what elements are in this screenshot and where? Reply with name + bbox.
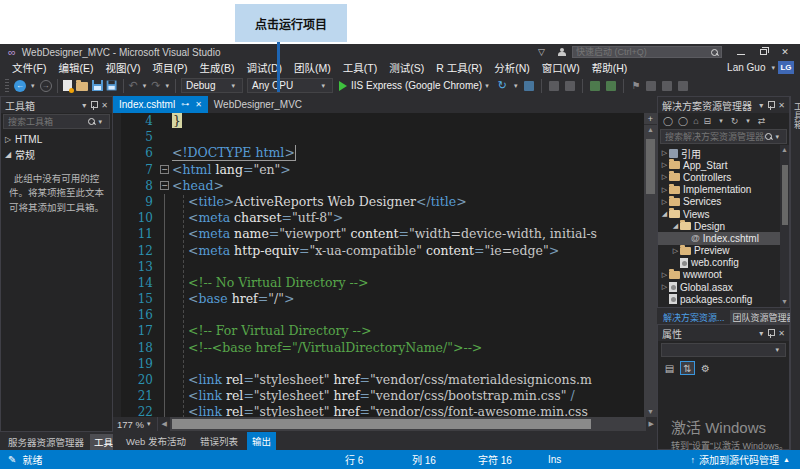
attach-icon[interactable] — [522, 77, 536, 95]
chevron-right-icon[interactable]: ▷ — [660, 198, 669, 206]
code-text[interactable]: <head> — [172, 178, 644, 194]
se-toolbar-dropdown-icon[interactable]: ▾ — [719, 117, 723, 125]
menu-item[interactable]: 窗口(W) — [536, 62, 586, 74]
user-dropdown-icon[interactable]: ▾ — [771, 64, 775, 72]
horizontal-scroll-track[interactable] — [170, 417, 646, 431]
quick-launch-box[interactable] — [572, 46, 722, 58]
menu-item[interactable]: 文件(F) — [6, 62, 52, 74]
restore-button[interactable] — [752, 45, 774, 59]
tree-item-Global.asax[interactable]: ▷Global.asax — [658, 281, 789, 293]
dock-tab-解决方案资源...[interactable]: 解决方案资源... — [660, 310, 728, 325]
code-line[interactable]: 21 <link rel="stylesheet" href="vendor/c… — [121, 388, 644, 404]
tree-item-Preview[interactable]: ▷Preview — [658, 245, 789, 257]
undo-icon[interactable]: ↶ — [127, 77, 140, 95]
code-line[interactable]: 15 <base href="/"> — [121, 291, 644, 307]
toolbox-pin-icon[interactable] — [91, 101, 96, 110]
tree-item-Index.cshtml[interactable]: @Index.cshtml — [658, 232, 789, 244]
code-line[interactable]: 13 — [121, 259, 644, 275]
tree-scroll-up-icon[interactable]: ▲ — [781, 145, 788, 155]
menu-item[interactable]: 工具(T) — [337, 62, 383, 74]
menu-item[interactable]: 项目(P) — [146, 62, 193, 74]
tree-item-Services[interactable]: ▷Services — [658, 196, 789, 208]
quick-launch-input[interactable] — [576, 47, 711, 57]
split-editor-handle[interactable]: + — [644, 113, 657, 125]
code-line[interactable]: 12 <meta http-equiv="x-ua-compatible" co… — [121, 243, 644, 259]
chevron-down-icon[interactable]: ◢ — [660, 210, 669, 218]
fold-margin[interactable]: − — [159, 162, 172, 178]
code-line[interactable]: 18 <!--<base href="/VirtualDirectoryName… — [121, 340, 644, 356]
outdent-icon[interactable] — [604, 77, 618, 95]
fold-margin[interactable] — [159, 388, 172, 404]
code-text[interactable]: } — [172, 113, 644, 129]
save-all-icon[interactable] — [105, 77, 120, 95]
fold-margin[interactable] — [159, 323, 172, 339]
solution-explorer-dropdown-icon[interactable]: ▾ — [759, 101, 763, 110]
code-text[interactable]: <meta http-equiv="x-ua-compatible" conte… — [172, 243, 644, 259]
sync-dropdown-icon[interactable]: ▾ — [746, 117, 750, 125]
run-button[interactable]: IIS Express (Google Chrome) ▾ — [339, 80, 492, 91]
dropdown-icon[interactable]: ▾ — [514, 82, 518, 90]
fold-margin[interactable] — [159, 356, 172, 372]
editor-tab[interactable]: Index.cshtml⊶✕ — [113, 96, 208, 113]
code-line[interactable]: 17 <!-- For Virtual Directory --> — [121, 323, 644, 339]
properties-object-dropdown[interactable]: ▾ — [661, 343, 786, 357]
uncomment-icon[interactable] — [563, 77, 577, 95]
fold-margin[interactable] — [159, 210, 172, 226]
search-options-icon[interactable]: ▾ — [98, 118, 102, 126]
code-line[interactable]: 10 <meta charset="utf-8"> — [121, 210, 644, 226]
fold-margin[interactable] — [159, 194, 172, 210]
properties-close-icon[interactable]: ✕ — [778, 329, 785, 338]
chevron-right-icon[interactable]: ▷ — [660, 271, 669, 279]
code-text[interactable]: <meta charset="utf-8"> — [172, 210, 644, 226]
fold-collapse-icon[interactable]: − — [160, 165, 169, 174]
close-icon[interactable]: ✕ — [195, 100, 202, 109]
chevron-right-icon[interactable]: ▷ — [660, 283, 669, 291]
dock-tab-团队资源管理器[interactable]: 团队资源管理器 — [730, 310, 799, 325]
menu-item[interactable]: 编辑(E) — [52, 62, 99, 74]
horizontal-scroll-thumb[interactable] — [172, 419, 591, 429]
tree-item-packages.config[interactable]: packages.config — [658, 293, 789, 305]
browser-link-refresh-icon[interactable]: ↻ — [496, 77, 509, 95]
fold-margin[interactable] — [159, 113, 172, 129]
collapse-all-icon[interactable]: ⊟ — [704, 116, 712, 126]
chevron-right-icon[interactable]: ▷ — [5, 135, 15, 144]
code-line[interactable]: 5 — [121, 129, 644, 145]
save-icon[interactable] — [90, 77, 105, 95]
next-bookmark-icon[interactable] — [660, 77, 674, 95]
se-back-icon[interactable]: ◯ — [663, 116, 673, 126]
toolbox-close-icon[interactable]: ✕ — [101, 101, 108, 110]
bottom-tab-错误列表[interactable]: 错误列表 — [195, 432, 243, 450]
bottom-tab-输出[interactable]: 输出 — [247, 432, 276, 450]
toolbar-grip[interactable] — [5, 79, 9, 93]
tree-item-引用[interactable]: ▷引用 — [658, 147, 789, 159]
tree-scroll-down-icon[interactable]: ▼ — [781, 297, 788, 307]
scroll-up-icon[interactable]: ▲ — [647, 125, 654, 135]
code-area[interactable]: 4}56<!DOCTYPE html>7−<html lang="en">8−<… — [113, 113, 657, 417]
tree-scroll-thumb[interactable] — [782, 165, 788, 225]
code-text[interactable]: <!-- No Virtual Directory --> — [172, 275, 644, 291]
toolbox-group[interactable]: ▷HTML — [1, 132, 112, 147]
solution-explorer-pin-icon[interactable] — [768, 101, 773, 110]
code-line[interactable]: 14 <!-- No Virtual Directory --> — [121, 275, 644, 291]
code-text[interactable]: <html lang="en"> — [172, 162, 644, 178]
toolbox-search-input[interactable] — [8, 117, 88, 127]
scroll-left-icon[interactable]: ◀ — [158, 420, 169, 428]
tree-item-Design[interactable]: ◢Design — [658, 220, 789, 232]
fold-margin[interactable] — [159, 340, 172, 356]
code-text[interactable]: <!--<base href="/VirtualDirectoryName/">… — [172, 340, 644, 356]
tree-item-Views[interactable]: ◢Views — [658, 208, 789, 220]
code-line[interactable]: 20 <link rel="stylesheet" href="vendor/c… — [121, 372, 644, 388]
fold-margin[interactable] — [159, 129, 172, 145]
code-text[interactable]: <link rel="stylesheet" href="vendor/css/… — [172, 372, 644, 388]
pending-changes-filter-icon[interactable]: ⇄ — [758, 116, 766, 126]
solution-explorer-search-box[interactable]: ▾ — [660, 129, 787, 144]
code-line[interactable]: 4} — [121, 113, 644, 129]
vertical-scroll-track[interactable] — [644, 135, 657, 407]
avatar[interactable]: LG — [778, 61, 794, 74]
minimize-button[interactable] — [730, 45, 752, 59]
fold-margin[interactable] — [159, 275, 172, 291]
dropdown-icon[interactable]: ▾ — [143, 82, 147, 90]
fold-margin[interactable] — [159, 372, 172, 388]
code-text[interactable] — [172, 356, 644, 372]
fold-margin[interactable] — [159, 307, 172, 323]
